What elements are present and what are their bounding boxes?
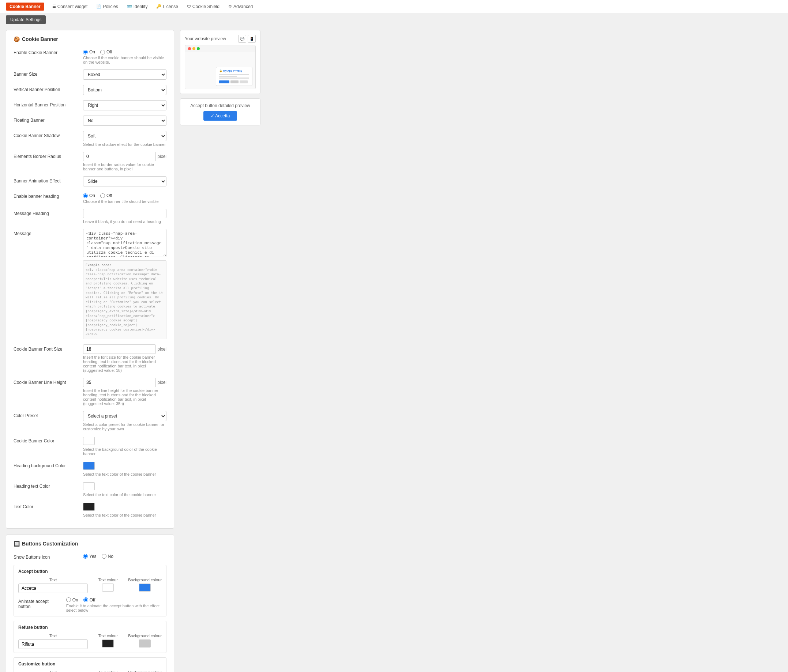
elements-border-radius-unit: pixel bbox=[157, 154, 167, 159]
refuse-button-text-colour-swatch[interactable] bbox=[102, 639, 114, 648]
cookie-banner-line-height-row: Cookie Banner Line Height pixel Insert t… bbox=[14, 378, 167, 406]
message-heading-input[interactable] bbox=[83, 209, 167, 218]
accept-button-text-input[interactable] bbox=[18, 583, 88, 593]
message-textarea[interactable]: <div class="nap-area-container"><div cla… bbox=[83, 229, 167, 257]
heading-background-color-label: Heading background Color bbox=[14, 461, 79, 468]
floating-banner-select[interactable]: No Yes bbox=[83, 116, 167, 126]
message-row: Message <div class="nap-area-container">… bbox=[14, 229, 167, 339]
banner-animation-effect-select[interactable]: Slide Fade None bbox=[83, 176, 167, 187]
banner-animation-effect-label: Banner Animation Effect bbox=[14, 176, 79, 184]
customize-button-subsection: Customize button Text Text colour Backgr… bbox=[14, 658, 167, 672]
preview-chat-icon-btn[interactable]: 💬 bbox=[238, 35, 246, 43]
animate-accept-button-hint: Enable it to animate the accept button w… bbox=[66, 604, 162, 612]
cookie-banner-line-height-control: pixel Insert the line height for the coo… bbox=[83, 378, 167, 406]
accept-button-bg-colour-swatch[interactable] bbox=[139, 583, 151, 591]
cookie-banner-section: 🍪 Cookie Banner Enable Cookie Banner On … bbox=[6, 30, 174, 529]
text-color-control: Select the text color of the cookie bann… bbox=[83, 502, 167, 517]
cookie-banner-font-size-input[interactable] bbox=[83, 344, 156, 354]
show-buttons-icon-no[interactable]: No bbox=[102, 554, 113, 559]
nav-item-license[interactable]: 🔑 License bbox=[153, 2, 181, 11]
nav-item-consent-widget[interactable]: ☰ Consent widget bbox=[49, 2, 91, 11]
text-color-label: Text Color bbox=[14, 502, 79, 509]
accept-button-text-colour-swatch[interactable] bbox=[102, 583, 114, 591]
heading-background-color-swatch[interactable] bbox=[83, 462, 95, 470]
consent-widget-icon: ☰ bbox=[52, 4, 56, 9]
enable-cookie-banner-row: Enable Cookie Banner On Off Choose if th… bbox=[14, 48, 167, 64]
enable-cookie-banner-off[interactable]: Off bbox=[100, 49, 112, 54]
cookie-banner-color-swatch[interactable] bbox=[83, 437, 95, 445]
heading-text-color-row: Heading text Color Select the text color… bbox=[14, 482, 167, 497]
cookie-banner-line-height-input[interactable] bbox=[83, 378, 156, 387]
text-color-swatch[interactable] bbox=[83, 503, 95, 511]
example-code-value: <div class="nap-area-container"><div cla… bbox=[86, 268, 163, 336]
cookie-banner-line-height-hint: Insert the line height for the cookie ba… bbox=[83, 388, 167, 406]
preview-device-icon-btn[interactable]: 📱 bbox=[248, 35, 256, 43]
nav-brand[interactable]: Cookie Banner bbox=[6, 3, 44, 11]
message-label: Message bbox=[14, 229, 79, 236]
horizontal-banner-position-select[interactable]: Right Left Center bbox=[83, 100, 167, 110]
text-color-hint: Select the text color of the cookie bann… bbox=[83, 513, 167, 517]
message-heading-label: Message Heading bbox=[14, 209, 79, 216]
show-buttons-icon-row: Show Buttons icon Yes No bbox=[14, 552, 167, 560]
customize-button-text-colour-col: Text colour bbox=[95, 670, 121, 672]
enable-banner-heading-off[interactable]: Off bbox=[100, 193, 112, 198]
show-buttons-icon-label: Show Buttons icon bbox=[14, 552, 79, 560]
cookie-mini-lines bbox=[219, 74, 249, 79]
horizontal-banner-position-label: Horizontal Banner Position bbox=[14, 100, 79, 108]
cookie-banner-font-size-hint: Insert the font size for the cookie bann… bbox=[83, 355, 167, 372]
cookie-banner-font-size-label: Cookie Banner Font Size bbox=[14, 344, 79, 352]
show-buttons-icon-yes[interactable]: Yes bbox=[83, 554, 97, 559]
color-preset-select[interactable]: Select a preset bbox=[83, 411, 167, 421]
cookie-banner-color-control: Select the background color of the cooki… bbox=[83, 436, 167, 456]
banner-size-select[interactable]: Boxed Full Width bbox=[83, 70, 167, 80]
customize-button-text-colour-label: Text colour bbox=[98, 670, 118, 672]
cookie-mini-banner: 🔒 My App Privacy bbox=[216, 67, 253, 86]
cookie-banner-section-title: 🍪 Cookie Banner bbox=[14, 36, 167, 42]
preview-header-row: Your website preview 💬 📱 bbox=[185, 35, 256, 43]
elements-border-radius-input[interactable] bbox=[83, 152, 156, 161]
buttons-customization-section-title: 🔲 Buttons Customization bbox=[14, 541, 167, 547]
customize-button-bg-colour-col: Background colour bbox=[128, 670, 162, 672]
accept-button-text-wrap: Text bbox=[18, 578, 88, 593]
heading-text-color-control: Select the text color of the cookie bann… bbox=[83, 482, 167, 497]
message-control: <div class="nap-area-container"><div cla… bbox=[83, 229, 167, 339]
nav-item-identity[interactable]: 🪪 Identity bbox=[123, 2, 151, 11]
vertical-banner-position-row: Vertical Banner Position Bottom Top Midd… bbox=[14, 85, 167, 95]
animate-accept-button-row: Animate accept button On Off Enable it t… bbox=[18, 596, 162, 612]
enable-cookie-banner-control: On Off Choose if the cookie banner shoul… bbox=[83, 48, 167, 64]
color-preset-hint: Select a color preset for the cookie ban… bbox=[83, 422, 167, 431]
heading-text-color-swatch[interactable] bbox=[83, 482, 95, 490]
floating-banner-row: Floating Banner No Yes bbox=[14, 116, 167, 126]
accept-button-preview-card: Accept button detailed preview ✓ Accetta bbox=[180, 98, 261, 125]
animate-accept-button-on[interactable]: On bbox=[66, 598, 78, 602]
customize-button-title: Customize button bbox=[18, 661, 162, 667]
vertical-banner-position-select[interactable]: Bottom Top Middle bbox=[83, 85, 167, 95]
cookie-banner-icon: 🍪 bbox=[14, 36, 20, 42]
cookie-banner-line-height-label: Cookie Banner Line Height bbox=[14, 378, 79, 385]
enable-banner-heading-on[interactable]: On bbox=[83, 193, 95, 198]
enable-cookie-banner-label: Enable Cookie Banner bbox=[14, 48, 79, 55]
text-color-row: Text Color Select the text color of the … bbox=[14, 502, 167, 517]
color-preset-control: Select a preset Select a color preset fo… bbox=[83, 411, 167, 431]
refuse-button-text-input[interactable] bbox=[18, 639, 88, 649]
heading-background-color-hint: Select the text color of the cookie bann… bbox=[83, 472, 167, 476]
main-layout: 🍪 Cookie Banner Enable Cookie Banner On … bbox=[0, 26, 788, 672]
nav-item-advanced[interactable]: ⚙ Advanced bbox=[225, 2, 256, 11]
vertical-banner-position-label: Vertical Banner Position bbox=[14, 85, 79, 92]
enable-cookie-banner-on[interactable]: On bbox=[83, 49, 95, 54]
animate-accept-button-off[interactable]: Off bbox=[83, 598, 95, 602]
refuse-button-bg-colour-label: Background colour bbox=[128, 634, 162, 638]
cookie-mini-line-2 bbox=[219, 76, 237, 77]
left-panel: 🍪 Cookie Banner Enable Cookie Banner On … bbox=[6, 30, 174, 672]
nav-item-cookie-shield[interactable]: 🛡 Cookie Shield bbox=[183, 2, 223, 11]
banner-size-control: Boxed Full Width bbox=[83, 70, 167, 80]
nav-item-policies[interactable]: 📄 Policies bbox=[92, 2, 121, 11]
website-preview-card: Your website preview 💬 📱 🔒 My App Privac… bbox=[180, 30, 261, 94]
vertical-banner-position-control: Bottom Top Middle bbox=[83, 85, 167, 95]
top-update-settings-button[interactable]: Update Settings bbox=[6, 15, 46, 24]
cookie-banner-shadow-select[interactable]: Soft Hard None bbox=[83, 131, 167, 141]
cookie-banner-shadow-hint: Select the shadow effect for the cookie … bbox=[83, 142, 167, 147]
elements-border-radius-hint: Insert the border radius value for cooki… bbox=[83, 162, 167, 171]
animate-accept-button-label: Animate accept button bbox=[18, 599, 60, 609]
refuse-button-bg-colour-swatch[interactable] bbox=[139, 639, 151, 648]
